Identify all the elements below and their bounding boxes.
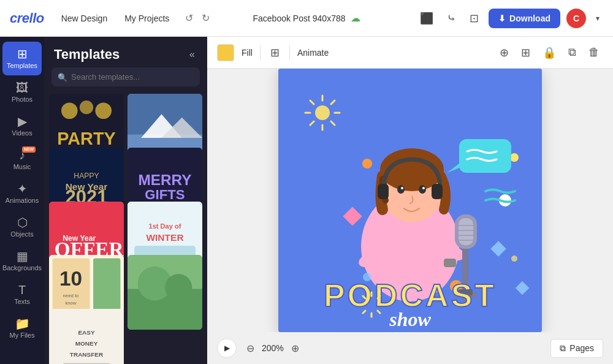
templates-header: Templates « <box>44 37 207 67</box>
templates-icon: ⊞ <box>17 48 28 60</box>
toolbar-right-icons: ⊕ ⊞ 🔒 ⧉ 🗑 <box>496 44 603 62</box>
sidebar-item-label: Objects <box>10 230 33 238</box>
sidebar-item-texts[interactable]: TTexts <box>2 278 42 311</box>
objects-icon: ⬡ <box>17 216 28 229</box>
svg-point-69 <box>401 187 403 189</box>
topbar-right: ⬛ ⤷ ⊡ ⬇ Download C ▾ <box>416 8 603 29</box>
svg-point-92 <box>363 273 371 281</box>
svg-point-93 <box>511 256 517 262</box>
undo-redo-group: ↺ ↻ <box>181 10 213 26</box>
canvas-toolbar: Fill ⊞ Animate ⊕ ⊞ 🔒 ⧉ 🗑 <box>207 37 613 69</box>
photos-icon: 🖼 <box>16 82 28 94</box>
svg-text:need to: need to <box>63 293 79 298</box>
svg-rect-76 <box>459 218 473 245</box>
template-grid: PARTY★ NIGHT ★SPORT MOMENTHAPPYNew Year2… <box>44 94 207 364</box>
sidebar-item-videos[interactable]: ▶Videos <box>2 109 42 143</box>
svg-point-68 <box>419 185 426 194</box>
svg-point-67 <box>397 185 405 194</box>
download-button[interactable]: ⬇ Download <box>489 9 560 28</box>
sidebar-item-animations[interactable]: ✦Animations <box>2 176 42 210</box>
svg-text:MERRY: MERRY <box>138 172 191 188</box>
sidebar-item-myfiles[interactable]: 📁My Files <box>2 311 42 345</box>
sidebar-item-label: Templates <box>7 62 37 69</box>
svg-text:know: know <box>65 300 76 306</box>
new-badge: NEW <box>22 146 36 153</box>
template-thumb[interactable]: EASYMONEYTRANSFER <box>49 309 124 364</box>
canvas-main[interactable]: ▲ <box>207 69 613 332</box>
chevron-down-icon[interactable]: ▾ <box>592 10 603 26</box>
pages-button[interactable]: ⧉ Pages <box>550 339 603 358</box>
sidebar-item-objects[interactable]: ⬡Objects <box>2 210 42 244</box>
canvas-area: Fill ⊞ Animate ⊕ ⊞ 🔒 ⧉ 🗑 ▲ <box>207 37 613 364</box>
undo-button[interactable]: ↺ <box>181 10 197 26</box>
svg-text:TRANSFER: TRANSFER <box>70 351 103 358</box>
template-thumb[interactable] <box>128 255 202 330</box>
lock-icon[interactable]: 🔒 <box>539 44 560 62</box>
templates-title: Templates <box>54 47 120 63</box>
svg-text:10: 10 <box>59 267 82 290</box>
sidebar-icons: ⊞Templates🖼Photos▶VideosNEW♪Music✦Animat… <box>0 37 44 364</box>
align-icon[interactable]: ⊞ <box>517 44 534 62</box>
svg-point-42 <box>315 105 330 120</box>
play-button[interactable]: ▶ <box>217 338 237 358</box>
user-avatar-button[interactable]: C <box>566 9 586 28</box>
sidebar-item-templates[interactable]: ⊞Templates <box>2 42 42 75</box>
svg-text:show: show <box>389 308 431 330</box>
sidebar-item-label: Texts <box>14 298 30 305</box>
svg-text:WINTER: WINTER <box>146 232 183 243</box>
toolbar-divider-1 <box>260 45 261 60</box>
svg-text:HAPPY: HAPPY <box>74 172 99 180</box>
delete-icon[interactable]: 🗑 <box>585 44 603 62</box>
present-icon[interactable]: ⬛ <box>416 8 437 29</box>
fill-label: Fill <box>242 48 253 58</box>
duplicate-icon[interactable]: ⧉ <box>565 44 580 62</box>
download-label: Download <box>509 13 550 23</box>
svg-point-51 <box>362 159 372 169</box>
templates-panel: Templates « 🔍 PARTY★ NIGHT ★SPORT MOMENT… <box>44 37 207 364</box>
topbar: crello New Design My Projects ↺ ↻ Facebo… <box>0 0 613 37</box>
document-title: Facebook Post 940x788 <box>253 13 346 23</box>
collapse-panel-button[interactable]: « <box>187 47 197 63</box>
my-projects-button[interactable]: My Projects <box>120 10 174 27</box>
logo[interactable]: crello <box>10 10 44 26</box>
fill-color-indicator[interactable] <box>217 44 234 61</box>
resize-icon[interactable]: ⊡ <box>466 8 482 29</box>
new-design-button[interactable]: New Design <box>56 10 112 27</box>
canvas-frame[interactable]: PODCAST PODCAST show <box>278 69 542 332</box>
download-icon: ⬇ <box>498 13 506 23</box>
layers-icon[interactable]: ⊕ <box>496 44 512 62</box>
svg-point-53 <box>510 153 519 162</box>
canvas-bottom: ▶ ⊖ 200% ⊕ ⧉ Pages <box>207 332 613 364</box>
svg-rect-65 <box>378 184 389 199</box>
search-box: 🔍 <box>51 67 200 86</box>
sidebar-item-photos[interactable]: 🖼Photos <box>2 75 42 109</box>
svg-point-1 <box>61 102 78 119</box>
svg-point-35 <box>165 274 192 301</box>
zoom-level: 200% <box>262 343 284 353</box>
svg-rect-71 <box>444 259 456 267</box>
svg-point-3 <box>95 102 112 119</box>
svg-text:PARTY: PARTY <box>57 129 116 148</box>
playback-controls: ▶ ⊖ 200% ⊕ <box>217 338 302 358</box>
main-layout: ⊞Templates🖼Photos▶VideosNEW♪Music✦Animat… <box>0 37 613 364</box>
svg-text:1st Day of: 1st Day of <box>149 222 181 230</box>
pattern-icon[interactable]: ⊞ <box>268 44 282 62</box>
share-icon[interactable]: ⤷ <box>443 8 460 29</box>
svg-text:MONEY: MONEY <box>75 340 98 347</box>
svg-rect-58 <box>459 139 511 173</box>
sidebar-item-label: Backgrounds <box>2 264 42 271</box>
svg-rect-66 <box>432 184 443 199</box>
sidebar-item-music[interactable]: NEW♪Music <box>2 143 42 176</box>
zoom-controls: ⊖ 200% ⊕ <box>244 340 302 357</box>
svg-text:EASY: EASY <box>78 329 94 336</box>
sidebar-item-label: My Files <box>10 332 35 339</box>
zoom-out-button[interactable]: ⊖ <box>244 340 257 357</box>
zoom-in-button[interactable]: ⊕ <box>289 340 302 357</box>
svg-point-70 <box>422 187 425 189</box>
sidebar-item-backgrounds[interactable]: ▦Backgrounds <box>2 244 42 278</box>
animations-icon: ✦ <box>17 183 28 195</box>
search-input[interactable] <box>51 67 200 86</box>
pages-label: Pages <box>569 343 594 353</box>
animate-label[interactable]: Animate <box>297 48 329 58</box>
redo-button[interactable]: ↻ <box>198 10 213 26</box>
